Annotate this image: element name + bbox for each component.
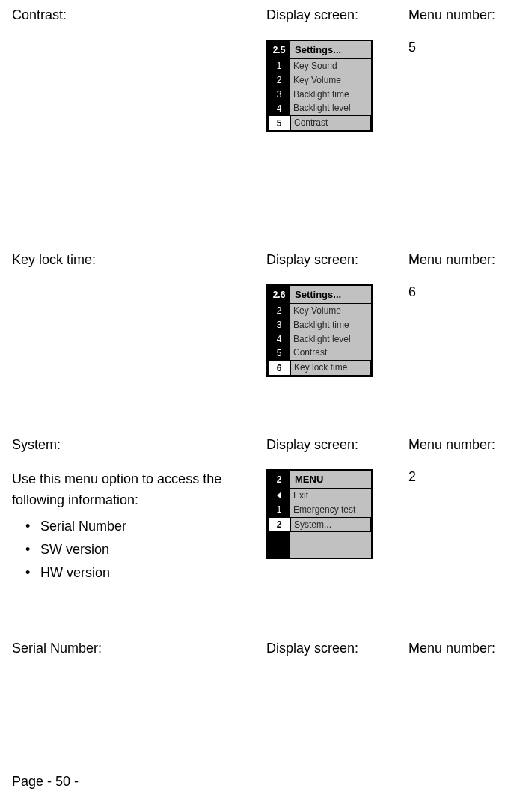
menu-label: Menu number: bbox=[408, 437, 502, 453]
lcd-row-num: 4 bbox=[268, 101, 290, 115]
lcd-row: 5 Contrast bbox=[268, 346, 371, 360]
lcd-screen: 2.6 Settings... 2 Key Volume 3 Backlight… bbox=[266, 284, 373, 377]
lcd-row-label: Emergency test bbox=[290, 503, 371, 517]
lcd-row-num: 2 bbox=[268, 517, 290, 533]
lcd-header: 2.5 Settings... bbox=[268, 41, 371, 59]
description: Use this menu option to access the follo… bbox=[12, 469, 266, 511]
lcd-header-title: MENU bbox=[290, 471, 371, 489]
mid-col: Display screen: 2 MENU Exit 1 Emergency … bbox=[266, 437, 408, 588]
right-col: Menu number: 5 bbox=[408, 7, 502, 132]
lcd-row-label: Exit bbox=[290, 489, 371, 503]
lcd-row-label: Key lock time bbox=[290, 360, 371, 376]
lcd-row-num: 1 bbox=[268, 59, 290, 73]
lcd-row-label: Contrast bbox=[290, 115, 371, 131]
display-label: Display screen: bbox=[266, 7, 408, 23]
lcd-screen: 2 MENU Exit 1 Emergency test 2 System... bbox=[266, 469, 373, 559]
lcd-row-num: 3 bbox=[268, 318, 290, 332]
lcd-row-num: 2 bbox=[268, 304, 290, 318]
lcd-row: 2 Key Volume bbox=[268, 304, 371, 318]
menu-label: Menu number: bbox=[408, 641, 502, 656]
display-label: Display screen: bbox=[266, 437, 408, 453]
bullet-item: SW version bbox=[25, 542, 266, 558]
lcd-header-title: Settings... bbox=[290, 41, 371, 59]
left-title: Key lock time: bbox=[12, 252, 266, 268]
lcd-row-label: Backlight level bbox=[290, 101, 371, 115]
lcd-row: Exit bbox=[268, 489, 371, 503]
menu-label: Menu number: bbox=[408, 252, 502, 268]
back-arrow-icon bbox=[268, 489, 290, 503]
lcd-header-num: 2.6 bbox=[268, 286, 290, 304]
left-col: System: Use this menu option to access t… bbox=[12, 437, 266, 588]
left-title: System: bbox=[12, 437, 266, 453]
left-col: Contrast: bbox=[12, 7, 266, 132]
lcd-row-num: 4 bbox=[268, 332, 290, 347]
mid-col: Display screen: bbox=[266, 641, 408, 673]
lcd-row: 3 Backlight time bbox=[268, 318, 371, 332]
section-keylocktime: Key lock time: Display screen: 2.6 Setti… bbox=[12, 252, 502, 377]
right-col: Menu number: bbox=[408, 641, 502, 673]
lcd-row-label: System... bbox=[290, 517, 371, 533]
lcd-row-num: 5 bbox=[268, 346, 290, 360]
section-contrast: Contrast: Display screen: 2.5 Settings..… bbox=[12, 7, 502, 132]
right-col: Menu number: 6 bbox=[408, 252, 502, 377]
lcd-row-label: Backlight level bbox=[290, 332, 371, 347]
lcd-row-label: Backlight time bbox=[290, 88, 371, 102]
lcd-row-num: 6 bbox=[268, 360, 290, 376]
lcd-row: 1 Emergency test bbox=[268, 503, 371, 517]
lcd-header-num: 2.5 bbox=[268, 41, 290, 59]
menu-number: 5 bbox=[408, 40, 502, 55]
lcd-row: 4 Backlight level bbox=[268, 101, 371, 115]
left-title: Contrast: bbox=[12, 7, 266, 23]
right-col: Menu number: 2 bbox=[408, 437, 502, 588]
lcd-row: 2 Key Volume bbox=[268, 73, 371, 88]
lcd-row-num: 3 bbox=[268, 88, 290, 102]
lcd-row-selected: 6 Key lock time bbox=[268, 360, 371, 376]
lcd-row-selected: 2 System... bbox=[268, 517, 371, 533]
menu-number: 6 bbox=[408, 284, 502, 300]
lcd-row-label: Backlight time bbox=[290, 318, 371, 332]
bullet-item: HW version bbox=[25, 565, 266, 581]
lcd-row: 3 Backlight time bbox=[268, 88, 371, 102]
lcd-row-label: Key Sound bbox=[290, 59, 371, 73]
mid-col: Display screen: 2.6 Settings... 2 Key Vo… bbox=[266, 252, 408, 377]
mid-col: Display screen: 2.5 Settings... 1 Key So… bbox=[266, 7, 408, 132]
bullet-item: Serial Number bbox=[25, 519, 266, 534]
lcd-header: 2.6 Settings... bbox=[268, 286, 371, 304]
lcd-row-num: 1 bbox=[268, 503, 290, 517]
lcd-row-label: Key Volume bbox=[290, 73, 371, 88]
menu-label: Menu number: bbox=[408, 7, 502, 23]
lcd-row: 1 Key Sound bbox=[268, 59, 371, 73]
section-serialnumber: Serial Number: Display screen: Menu numb… bbox=[12, 641, 502, 673]
lcd-header-num: 2 bbox=[268, 471, 290, 489]
lcd-row: 4 Backlight level bbox=[268, 332, 371, 347]
page-footer: Page - 50 - bbox=[12, 774, 79, 790]
lcd-row-label: Contrast bbox=[290, 346, 371, 360]
lcd-row-num: 2 bbox=[268, 73, 290, 88]
display-label: Display screen: bbox=[266, 641, 408, 656]
left-title: Serial Number: bbox=[12, 641, 266, 656]
lcd-row-selected: 5 Contrast bbox=[268, 115, 371, 131]
section-system: System: Use this menu option to access t… bbox=[12, 437, 502, 588]
lcd-header: 2 MENU bbox=[268, 471, 371, 489]
lcd-screen: 2.5 Settings... 1 Key Sound 2 Key Volume… bbox=[266, 40, 373, 132]
lcd-row-label: Key Volume bbox=[290, 304, 371, 318]
lcd-blank bbox=[268, 532, 371, 558]
lcd-header-title: Settings... bbox=[290, 286, 371, 304]
lcd-row-num: 5 bbox=[268, 115, 290, 131]
bullet-list: Serial Number SW version HW version bbox=[12, 519, 266, 581]
left-col: Serial Number: bbox=[12, 641, 266, 673]
display-label: Display screen: bbox=[266, 252, 408, 268]
left-col: Key lock time: bbox=[12, 252, 266, 377]
menu-number: 2 bbox=[408, 469, 502, 485]
